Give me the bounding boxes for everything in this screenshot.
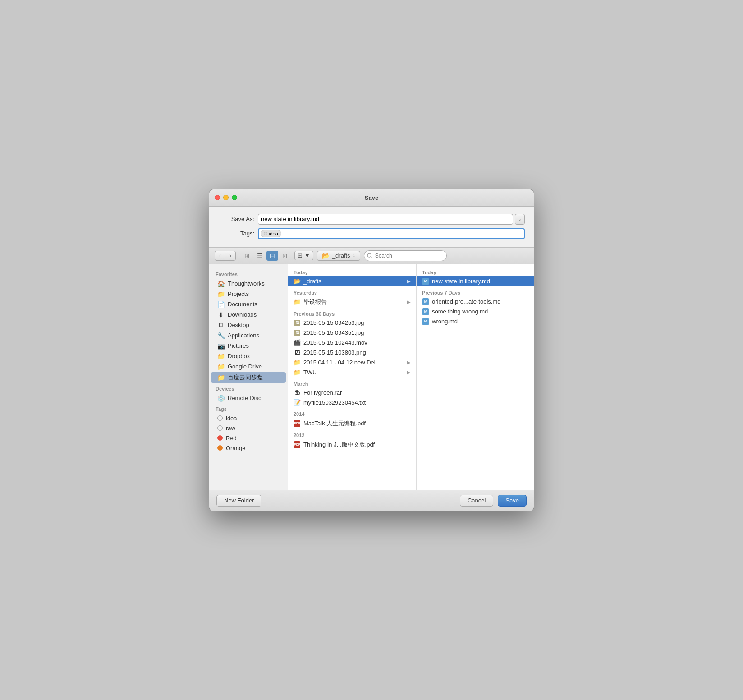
folder-icon-bishe: 📁: [294, 299, 301, 306]
sidebar-item-desktop[interactable]: 🖥 Desktop: [211, 320, 286, 330]
file-item-pdf2[interactable]: PDF Thinking In J...版中文版.pdf: [288, 439, 416, 450]
location-chevron-icon: ↕: [353, 253, 355, 258]
disc-icon: 💿: [217, 395, 225, 402]
save-button[interactable]: Save: [498, 495, 527, 507]
file-item-png1[interactable]: 🖼 2015-05-15 103803.png: [288, 348, 416, 358]
file-item-twu[interactable]: 📁 TWU ▶: [288, 368, 416, 378]
list-view-button[interactable]: ☰: [254, 251, 266, 261]
tag-dot-raw: [217, 425, 223, 431]
save-dialog: Save Save As: ⌄ Tags: idea: [209, 189, 534, 511]
sidebar-label-desktop: Desktop: [228, 322, 249, 328]
file-item-rar1[interactable]: 🗜 For lvgreen.rar: [288, 388, 416, 398]
file-item-img1[interactable]: 🖼 2015-05-15 094253.jpg: [288, 318, 416, 328]
tags-section-title: Tags: [209, 404, 288, 413]
arrange-label: ▼: [304, 252, 310, 259]
file-name-bishe: 毕设报告: [303, 298, 327, 306]
pdf-icon-2: PDF: [294, 441, 301, 448]
minimize-button[interactable]: [223, 195, 229, 200]
file-name-rar1: For lvgreen.rar: [303, 389, 342, 396]
titlebar: Save: [209, 189, 534, 207]
maximize-button[interactable]: [232, 195, 237, 200]
icon-view-button[interactable]: ⊞: [241, 251, 253, 261]
file-item-drafts[interactable]: 📂 _drafts ▶: [288, 276, 416, 286]
sidebar-item-tag-raw[interactable]: raw: [211, 424, 286, 433]
sidebar-item-dropbox[interactable]: 📁 Dropbox: [211, 351, 286, 361]
file-name-pdf1: MacTalk·人生元编程.pdf: [303, 419, 366, 428]
sidebar-item-thoughtworks[interactable]: 🏠 Thoughtworks: [211, 279, 286, 289]
sidebar-item-documents[interactable]: 📄 Documents: [211, 299, 286, 309]
pictures-icon: 📷: [217, 342, 225, 350]
file-item-md2[interactable]: M oriented-pro...ate-tools.md: [417, 297, 534, 307]
sidebar-item-pictures[interactable]: 📷 Pictures: [211, 341, 286, 351]
file-item-md4[interactable]: M wrong.md: [417, 317, 534, 327]
file-item-pdf1[interactable]: PDF MacTalk·人生元编程.pdf: [288, 418, 416, 429]
view-buttons: ⊞ ☰ ⊟ ⊡: [241, 251, 291, 261]
section-2014: 2014: [288, 408, 416, 418]
sidebar-item-projects[interactable]: 📁 Projects: [211, 289, 286, 299]
folder-icon-2: 📁: [294, 359, 301, 366]
sidebar-item-downloads[interactable]: ⬇ Downloads: [211, 310, 286, 320]
tag-dot-idea: [217, 415, 223, 421]
md-icon-4: M: [422, 318, 429, 325]
sidebar: Favorites 🏠 Thoughtworks 📁 Projects 📄 Do…: [209, 264, 288, 490]
column-view-button[interactable]: ⊟: [266, 251, 278, 261]
md-icon-2: M: [422, 298, 429, 305]
documents-icon: 📄: [217, 301, 225, 308]
downloads-icon: ⬇: [217, 311, 225, 318]
save-as-input-wrap: ⌄: [258, 214, 525, 225]
section-today: Today: [288, 266, 416, 276]
file-name-mov1: 2015-05-15 102443.mov: [303, 339, 367, 346]
tag-dot-red: [217, 435, 223, 441]
pdf-icon-1: PDF: [294, 420, 301, 427]
file-name-img1: 2015-05-15 094253.jpg: [303, 319, 364, 326]
tag-label-red: Red: [226, 435, 237, 442]
section-yesterday: Yesterday: [288, 286, 416, 297]
sidebar-item-tag-orange[interactable]: Orange: [211, 443, 286, 453]
file-name-pdf2: Thinking In J...版中文版.pdf: [303, 441, 375, 449]
forward-button[interactable]: ›: [225, 251, 236, 261]
applications-icon: 🔧: [217, 332, 225, 339]
file-item-md3[interactable]: M some thing wrong.md: [417, 307, 534, 317]
arrange-button[interactable]: ⊞ ▼: [294, 251, 313, 260]
toolbar: ‹ › ⊞ ☰ ⊟ ⊡ ⊞ ▼ 📂 _drafts ↕: [209, 247, 534, 264]
tag-label-raw: raw: [226, 425, 235, 432]
md-icon-3: M: [422, 308, 429, 315]
chevron-icon-folder2: ▶: [407, 360, 411, 365]
save-as-input[interactable]: [258, 214, 513, 225]
location-button[interactable]: 📂 _drafts ↕: [317, 251, 360, 261]
sidebar-item-baidupan[interactable]: 📁 百度云同步盘: [211, 372, 286, 383]
text-icon: 📝: [294, 399, 301, 406]
back-button[interactable]: ‹: [215, 251, 225, 261]
file-column-1: Today 📂 _drafts ▶ Yesterday 📁 毕设报告 ▶ Pre…: [288, 264, 417, 490]
file-item-img2[interactable]: 🖼 2015-05-15 094351.jpg: [288, 328, 416, 338]
search-input[interactable]: [364, 250, 447, 261]
traffic-lights: [215, 195, 237, 200]
location-label: _drafts: [332, 252, 350, 259]
file-item-md1[interactable]: M new state in library.md: [417, 276, 534, 286]
save-as-dropdown-button[interactable]: ⌄: [515, 214, 525, 225]
file-item-folder2[interactable]: 📁 2015.04.11 - 04.12 new Deli ▶: [288, 358, 416, 368]
new-folder-button[interactable]: New Folder: [216, 495, 261, 507]
folder-icon-twu: 📁: [294, 369, 301, 376]
sidebar-item-applications[interactable]: 🔧 Applications: [211, 331, 286, 341]
sidebar-item-tag-red[interactable]: Red: [211, 433, 286, 443]
section-2012: 2012: [288, 429, 416, 439]
home-icon: 🏠: [217, 280, 225, 287]
cover-flow-button[interactable]: ⊡: [279, 251, 291, 261]
tags-input[interactable]: [258, 228, 525, 239]
file-browser: Today 📂 _drafts ▶ Yesterday 📁 毕设报告 ▶ Pre…: [288, 264, 534, 490]
file-item-mov1[interactable]: 🎬 2015-05-15 102443.mov: [288, 338, 416, 348]
close-button[interactable]: [215, 195, 220, 200]
file-item-txt1[interactable]: 📝 myfile150329230454.txt: [288, 398, 416, 408]
sidebar-item-remotedisc[interactable]: 💿 Remote Disc: [211, 393, 286, 403]
file-name-folder2: 2015.04.11 - 04.12 new Deli: [303, 359, 377, 366]
chevron-icon-twu: ▶: [407, 370, 411, 375]
cancel-button[interactable]: Cancel: [460, 495, 493, 507]
sidebar-item-googledrive[interactable]: 📁 Google Drive: [211, 362, 286, 372]
sidebar-label-baidupan: 百度云同步盘: [228, 373, 263, 382]
file-item-bishe[interactable]: 📁 毕设报告 ▶: [288, 297, 416, 308]
section-march: March: [288, 378, 416, 388]
sidebar-item-tag-idea[interactable]: idea: [211, 414, 286, 423]
file-column-2: Today M new state in library.md Previous…: [417, 264, 534, 490]
save-as-label: Save As:: [218, 216, 254, 222]
